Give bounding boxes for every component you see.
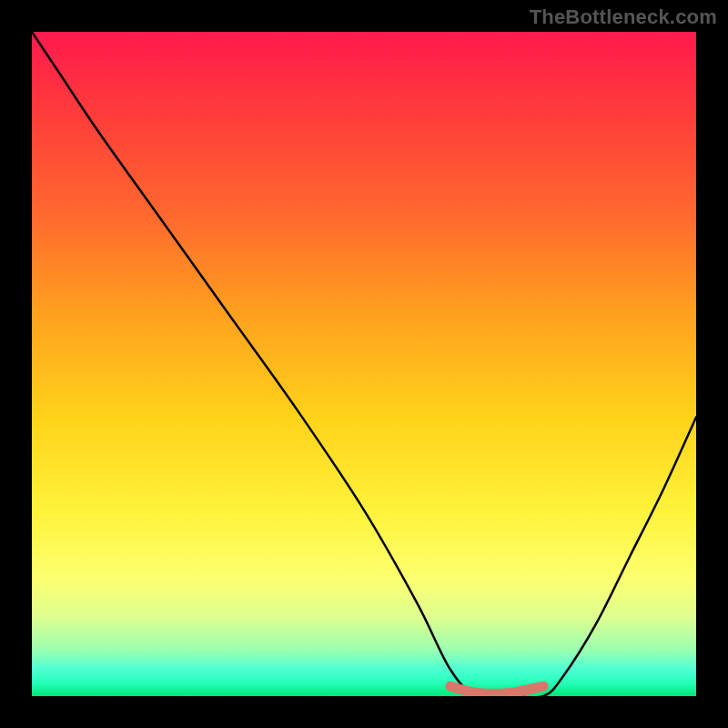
optimal-band-path — [450, 686, 543, 693]
chart-frame: TheBottleneck.com — [0, 0, 728, 728]
bottleneck-curve-path — [32, 32, 696, 696]
watermark-text: TheBottleneck.com — [530, 5, 717, 29]
curve-svg — [32, 32, 696, 696]
plot-area — [32, 32, 696, 696]
